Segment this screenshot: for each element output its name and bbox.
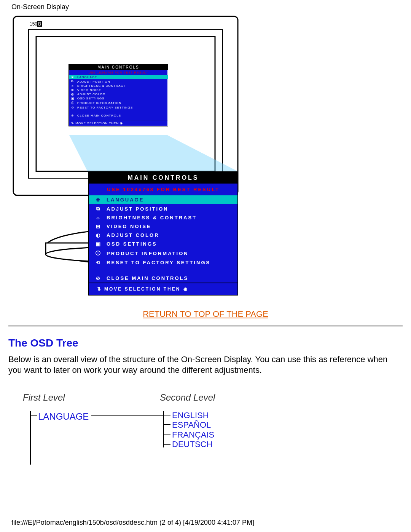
osd-item-label: OSD SETTINGS [107,241,157,247]
osd-close: ⊘CLOSE MAIN CONTROLS [69,113,168,118]
page-header: On-Screen Display [11,3,69,11]
osd-item: ⓘPRODUCT INFORMATION [69,101,168,105]
brightness-icon: ☼ [71,84,76,88]
osd-item: ▣OSD SETTINGS [69,96,168,101]
osd-item: ⊞VIDEO NOISE [69,88,168,92]
language-icon: ❀ [71,75,76,79]
osd-close[interactable]: ⊘ CLOSE MAIN CONTROLS [89,274,237,283]
osd-footer-label: MOVE SELECTION THEN [104,286,180,292]
osd-item-label: VIDEO NOISE [107,224,151,229]
osd-item: ☼BRIGHTNESS & CONTRAST [69,84,168,88]
osd-title: MAIN CONTROLS [69,64,168,70]
osd-item-brightness[interactable]: ☼ BRIGHTNESS & CONTRAST [89,213,237,222]
language-icon: ❀ [94,197,103,203]
close-icon: ⊘ [71,114,76,117]
osd-title: MAIN CONTROLS [89,172,237,184]
osd-item-video-noise[interactable]: ⊞ VIDEO NOISE [89,222,237,231]
osd-item-language[interactable]: ❀ LANGUAGE [89,195,237,204]
osd-item-label: ADJUST COLOR [107,232,159,238]
osd-item-label: PRODUCT INFORMATION [107,251,189,256]
osd-item-label: ADJUST POSITION [107,206,169,212]
color-icon: ◐ [94,232,103,238]
reset-icon: ⟲ [71,106,76,109]
osd-item: ◐ADJUST COLOR [69,92,168,96]
osd-item: ⧉ADJUST POSITION [69,79,168,84]
osd-warning: USE 1024x768 FOR BEST RESULT [89,184,237,195]
settings-icon: ▣ [71,97,76,100]
osd-item-label: RESET TO FACTORY SETTINGS [107,260,210,265]
noise-icon: ⊞ [94,224,103,229]
position-icon: ⧉ [71,80,76,83]
section-title: The OSD Tree [8,337,78,349]
noise-icon: ⊞ [71,88,76,92]
osd-item-osd-settings[interactable]: ▣ OSD SETTINGS [89,240,237,248]
enter-icon: ◉ [120,121,123,125]
divider [8,326,403,326]
info-icon: ⓘ [71,101,76,105]
model-prefix: 150 [30,21,37,27]
color-icon: ◐ [71,93,76,96]
updown-icon: ⇅ [71,121,74,125]
document-page: On-Screen Display 150B MAIN CONTROLS USE… [0,0,411,532]
osd-item-position[interactable]: ⧉ ADJUST POSITION [89,204,237,213]
close-icon: ⊘ [94,275,103,281]
osd-item-label: LANGUAGE [107,197,144,203]
tree-level2-header: Second Level [160,392,215,403]
settings-icon: ▣ [94,241,103,247]
osd-preview-large: MAIN CONTROLS USE 1024x768 FOR BEST RESU… [88,171,238,296]
footer-file-path: file:///E|/Potomac/english/150b/osd/osdd… [11,519,254,527]
body-paragraph: Below is an overall view of the structur… [8,354,403,375]
osd-item-label: BRIGHTNESS & CONTRAST [107,215,197,220]
enter-icon: ◉ [183,286,188,292]
updown-icon: ⇅ [94,286,104,292]
info-icon: ⓘ [94,250,103,257]
osd-footer: ⇅ MOVE SELECTION THEN ◉ [69,120,168,126]
osd-warning: USE 1024x768 FOR BEST RESULT [69,70,168,75]
osd-close-label: CLOSE MAIN CONTROLS [107,275,188,281]
osd-footer: ⇅ MOVE SELECTION THEN ◉ [89,283,237,295]
brightness-icon: ☼ [94,215,103,220]
osd-item-color[interactable]: ◐ ADJUST COLOR [89,231,237,240]
tree-connectors [23,407,251,468]
osd-preview-small: MAIN CONTROLS USE 1024x768 FOR BEST RESU… [68,64,168,126]
osd-item: ❀LANGUAGE [69,75,168,79]
position-icon: ⧉ [94,206,103,212]
return-to-top-link[interactable]: RETURN TO TOP OF THE PAGE [0,309,411,319]
tree-level1-header: First Level [23,392,65,403]
osd-item-reset[interactable]: ⟲ RESET TO FACTORY SETTINGS [89,258,237,267]
osd-item-product-info[interactable]: ⓘ PRODUCT INFORMATION [89,248,237,258]
osd-item: ⟲RESET TO FACTORY SETTINGS [69,105,168,110]
model-suffix: B [37,21,42,27]
reset-icon: ⟲ [94,260,103,265]
